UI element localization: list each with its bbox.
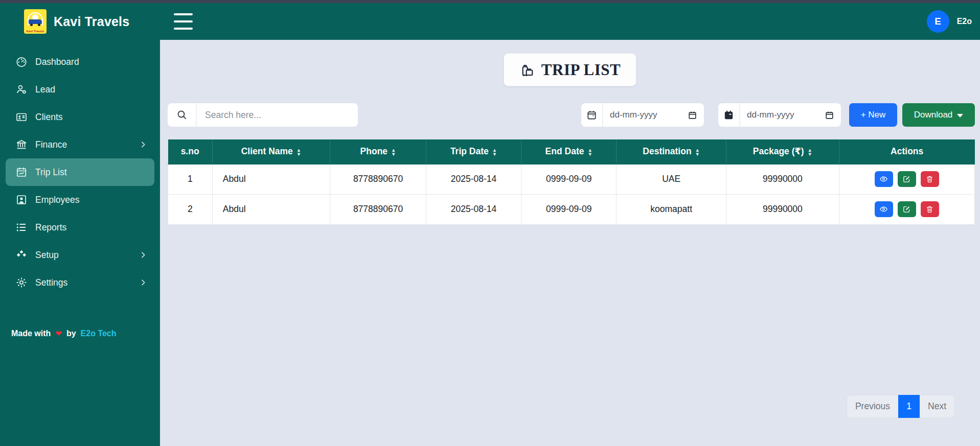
- sidebar-item-trip-list[interactable]: Trip List: [6, 158, 154, 186]
- pagination-previous[interactable]: Previous: [847, 395, 898, 418]
- download-label: Download: [914, 110, 953, 120]
- column-label: End Date: [545, 146, 584, 156]
- trip-table: s.noClient Name▲▼Phone▲▼Trip Date▲▼End D…: [168, 139, 975, 225]
- cell-package: 99990000: [726, 164, 839, 194]
- column-label: Client Name: [241, 146, 293, 156]
- cell-trip-date: 2025-08-14: [426, 194, 521, 224]
- luggage-icon: [519, 62, 535, 78]
- cell-actions: [839, 194, 974, 224]
- column-header-actions: Actions: [839, 139, 974, 164]
- calendar-outline-icon: [581, 103, 603, 127]
- main-content: TRIP LIST dd-mm-yyyy: [160, 40, 980, 446]
- cell-end-date: 0999-09-09: [521, 164, 617, 194]
- column-label: Trip Date: [450, 146, 489, 156]
- hamburger-icon[interactable]: [174, 13, 193, 30]
- cell-end-date: 0999-09-09: [521, 194, 617, 224]
- sidebar-item-label: Finance: [35, 139, 67, 150]
- caret-down-icon: [957, 114, 963, 118]
- pagination-next[interactable]: Next: [920, 395, 955, 418]
- sidebar-item-label: Settings: [35, 277, 67, 288]
- edit-button[interactable]: [898, 201, 916, 217]
- search-icon: [168, 103, 197, 127]
- delete-button[interactable]: [921, 201, 939, 217]
- cell-client: Abdul: [212, 194, 330, 224]
- sidebar-item-label: Setup: [35, 250, 59, 261]
- credit-link[interactable]: E2o Tech: [81, 329, 117, 338]
- sidebar-item-label: Clients: [35, 112, 63, 123]
- heart-icon: ❤: [55, 329, 62, 338]
- user-menu[interactable]: E E2o: [927, 10, 972, 33]
- column-header-package[interactable]: Package (₹)▲▼: [726, 139, 839, 164]
- person-plus-icon: [15, 83, 28, 96]
- column-header-s-no: s.no: [168, 139, 213, 164]
- gear-icon: [15, 276, 28, 289]
- cell-phone: 8778890670: [330, 164, 426, 194]
- start-date-placeholder: dd-mm-yyyy: [610, 110, 657, 120]
- avatar[interactable]: E: [927, 10, 949, 33]
- column-label: Phone: [360, 146, 388, 156]
- search-input[interactable]: [197, 103, 358, 127]
- trash-icon: [925, 175, 934, 183]
- column-header-trip-date[interactable]: Trip Date▲▼: [426, 139, 521, 164]
- page-title-card: TRIP LIST: [504, 53, 636, 86]
- sort-icon: ▲▼: [492, 148, 497, 156]
- cell-destination: koomapatt: [617, 194, 726, 224]
- sidebar-item-label: Trip List: [35, 167, 67, 178]
- column-header-destination[interactable]: Destination▲▼: [617, 139, 726, 164]
- sort-icon: ▲▼: [587, 148, 592, 156]
- search-group: [168, 103, 358, 127]
- cell-package: 99990000: [726, 194, 839, 224]
- credit-prefix: Made with: [11, 329, 51, 338]
- pagination-page-1[interactable]: 1: [898, 395, 920, 418]
- eye-icon: [879, 175, 888, 183]
- new-button[interactable]: + New: [849, 103, 897, 127]
- chevron-right-icon: [139, 278, 147, 287]
- trip-calendar-icon: [15, 166, 28, 178]
- sidebar-item-label: Lead: [35, 84, 55, 95]
- sidebar-item-lead[interactable]: Lead: [6, 76, 154, 103]
- cell-sno: 1: [168, 164, 213, 194]
- column-label: Actions: [891, 146, 923, 156]
- sidebar-item-reports[interactable]: Reports: [6, 214, 154, 241]
- sidebar-item-clients[interactable]: Clients: [6, 103, 154, 131]
- page-title: TRIP LIST: [541, 61, 621, 79]
- id-card-icon: [15, 111, 28, 123]
- cell-phone: 8778890670: [330, 194, 426, 224]
- column-header-end-date[interactable]: End Date▲▼: [521, 139, 617, 164]
- sidebar-item-finance[interactable]: Finance: [6, 131, 154, 158]
- sort-icon: ▲▼: [808, 148, 812, 156]
- trash-icon: [925, 205, 934, 214]
- view-button[interactable]: [875, 201, 893, 217]
- sidebar-item-dashboard[interactable]: Dashboard: [6, 48, 154, 76]
- cell-destination: UAE: [617, 164, 726, 194]
- sidebar-item-setup[interactable]: Setup: [6, 241, 154, 269]
- start-date-group: dd-mm-yyyy: [581, 103, 704, 127]
- end-date-input[interactable]: dd-mm-yyyy: [740, 103, 841, 127]
- app-header: Kavi Travels Kavi Travels E E2o: [0, 3, 980, 40]
- date-picker-icon[interactable]: [688, 110, 697, 120]
- trip-table-wrapper: s.noClient Name▲▼Phone▲▼Trip Date▲▼End D…: [168, 139, 975, 225]
- delete-button[interactable]: [921, 171, 939, 187]
- sidebar-item-settings[interactable]: Settings: [6, 269, 154, 296]
- column-header-phone[interactable]: Phone▲▼: [330, 139, 426, 164]
- cell-client: Abdul: [212, 164, 330, 194]
- credit-middle: by: [66, 329, 76, 338]
- bank-icon: [15, 138, 28, 151]
- end-date-placeholder: dd-mm-yyyy: [747, 110, 794, 120]
- edit-button[interactable]: [898, 171, 916, 187]
- brand-name: Kavi Travels: [54, 14, 129, 29]
- brand[interactable]: Kavi Travels Kavi Travels: [24, 9, 129, 34]
- calendar-filled-icon: [718, 103, 740, 127]
- table-row: 2Abdul87788906702025-08-140999-09-09koom…: [168, 194, 975, 224]
- kavi-travels-logo: Kavi Travels: [24, 9, 47, 34]
- download-button[interactable]: Download: [902, 103, 975, 127]
- column-label: s.no: [181, 146, 199, 156]
- diamonds-icon: [15, 249, 28, 261]
- view-button[interactable]: [875, 171, 893, 187]
- sidebar-credit: Made with ❤ by E2o Tech: [11, 329, 117, 338]
- column-label: Destination: [643, 146, 691, 156]
- date-picker-icon[interactable]: [825, 110, 834, 120]
- sidebar-item-employees[interactable]: Employees: [6, 186, 154, 214]
- start-date-input[interactable]: dd-mm-yyyy: [603, 103, 704, 127]
- column-header-client-name[interactable]: Client Name▲▼: [212, 139, 330, 164]
